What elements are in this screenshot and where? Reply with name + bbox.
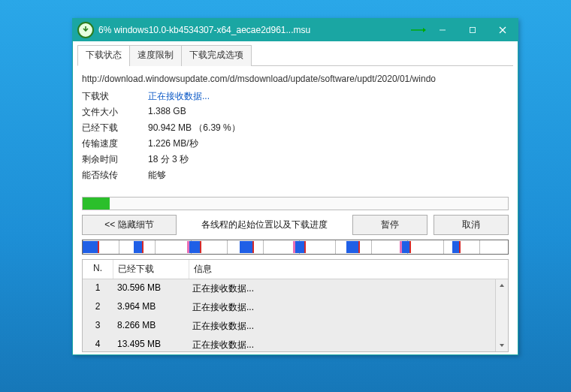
- desktop: 6% windows10.0-kb4534307-x64_aecae2d961.…: [0, 0, 571, 392]
- col-n[interactable]: N.: [83, 260, 113, 279]
- tab-status[interactable]: 下载状态: [77, 45, 130, 66]
- value-speed: 1.226 MB/秒: [148, 137, 509, 150]
- segment-red: [98, 241, 99, 253]
- segment-blue: [134, 241, 142, 253]
- arrow-extension-icon: [409, 27, 427, 33]
- cell-n: 2: [83, 300, 113, 315]
- cell-n: 4: [83, 337, 113, 351]
- maximize-button[interactable]: [458, 19, 488, 41]
- value-eta: 18 分 3 秒: [148, 153, 509, 166]
- segment-blue: [189, 241, 200, 253]
- segment-red: [304, 241, 306, 253]
- table-row[interactable]: 130.596 MB正在接收数据...: [83, 279, 508, 298]
- label-eta: 剩余时间: [82, 153, 148, 166]
- table-row[interactable]: 413.495 MB正在接收数据...: [83, 336, 508, 351]
- tab-speed-limit[interactable]: 速度限制: [129, 45, 182, 66]
- cell-downloaded: 13.495 MB: [113, 337, 188, 351]
- threads-body: 130.596 MB正在接收数据...23.964 MB正在接收数据...38.…: [83, 279, 508, 351]
- segments-strip: [82, 240, 509, 255]
- svg-marker-1: [423, 28, 426, 32]
- close-button[interactable]: [488, 19, 518, 41]
- segment-red: [200, 241, 201, 253]
- idm-app-icon: [77, 22, 94, 38]
- threads-scrollbar[interactable]: [495, 279, 508, 351]
- label-status: 下载状: [82, 90, 148, 103]
- table-row[interactable]: 23.964 MB正在接收数据...: [83, 298, 508, 317]
- download-details-panel: http://download.windowsupdate.com/d/msdo…: [73, 66, 518, 188]
- cell-downloaded: 3.964 MB: [113, 300, 188, 315]
- minimize-button[interactable]: [427, 19, 458, 41]
- cell-info: 正在接收数据...: [188, 318, 508, 334]
- segment-blue: [240, 241, 252, 253]
- segment-red: [409, 241, 411, 253]
- window-title: 6% windows10.0-kb4534307-x64_aecae2d961.…: [98, 25, 310, 35]
- svg-marker-6: [500, 284, 504, 287]
- cell-info: 正在接收数据...: [188, 300, 508, 315]
- value-resume: 能够: [148, 169, 509, 182]
- segment-blue: [402, 241, 409, 253]
- col-downloaded[interactable]: 已经下载: [113, 260, 189, 279]
- scroll-down-icon[interactable]: [496, 339, 508, 351]
- value-file-size: 1.388 GB: [148, 106, 509, 119]
- cell-n: 3: [83, 318, 113, 334]
- hide-details-button[interactable]: << 隐藏细节: [82, 215, 177, 235]
- overall-progress-bar: [82, 197, 509, 210]
- scroll-up-icon[interactable]: [496, 279, 508, 291]
- cancel-button[interactable]: 取消: [434, 215, 509, 235]
- segment-red: [459, 241, 461, 253]
- tabs: 下载状态 速度限制 下载完成选项: [77, 44, 513, 66]
- download-url: http://download.windowsupdate.com/d/msdo…: [82, 74, 509, 84]
- threads-label: 各线程的起始位置以及下载进度: [183, 219, 346, 231]
- titlebar[interactable]: 6% windows10.0-kb4534307-x64_aecae2d961.…: [73, 19, 518, 41]
- label-speed: 传输速度: [82, 137, 148, 150]
- cell-n: 1: [83, 281, 113, 297]
- tab-completion-options[interactable]: 下载完成选项: [181, 45, 252, 66]
- label-downloaded: 已经下载: [82, 122, 148, 134]
- cell-info: 正在接收数据...: [188, 281, 508, 297]
- table-row[interactable]: 38.266 MB正在接收数据...: [83, 317, 508, 336]
- threads-table: N. 已经下载 信息 130.596 MB正在接收数据...23.964 MB正…: [82, 259, 509, 352]
- cell-info: 正在接收数据...: [188, 337, 508, 351]
- svg-marker-7: [500, 344, 504, 347]
- segment-blue: [452, 241, 459, 253]
- download-dialog: 6% windows10.0-kb4534307-x64_aecae2d961.…: [72, 18, 518, 355]
- segment-red: [252, 241, 254, 253]
- label-resume: 能否续传: [82, 169, 148, 182]
- threads-header: N. 已经下载 信息: [83, 260, 508, 279]
- value-status: 正在接收数据...: [148, 90, 509, 103]
- pause-button[interactable]: 暂停: [352, 215, 427, 235]
- value-downloaded: 90.942 MB （6.39 %）: [148, 122, 509, 134]
- cell-downloaded: 8.266 MB: [113, 318, 188, 334]
- svg-rect-3: [470, 28, 476, 33]
- overall-progress-fill: [83, 198, 110, 210]
- segment-blue: [83, 241, 98, 253]
- segment-blue: [346, 241, 358, 253]
- col-info[interactable]: 信息: [189, 260, 508, 279]
- segment-red: [358, 241, 360, 253]
- label-file-size: 文件大小: [82, 106, 148, 119]
- segment-red: [142, 241, 144, 253]
- segment-blue: [295, 241, 304, 253]
- cell-downloaded: 30.596 MB: [113, 281, 188, 297]
